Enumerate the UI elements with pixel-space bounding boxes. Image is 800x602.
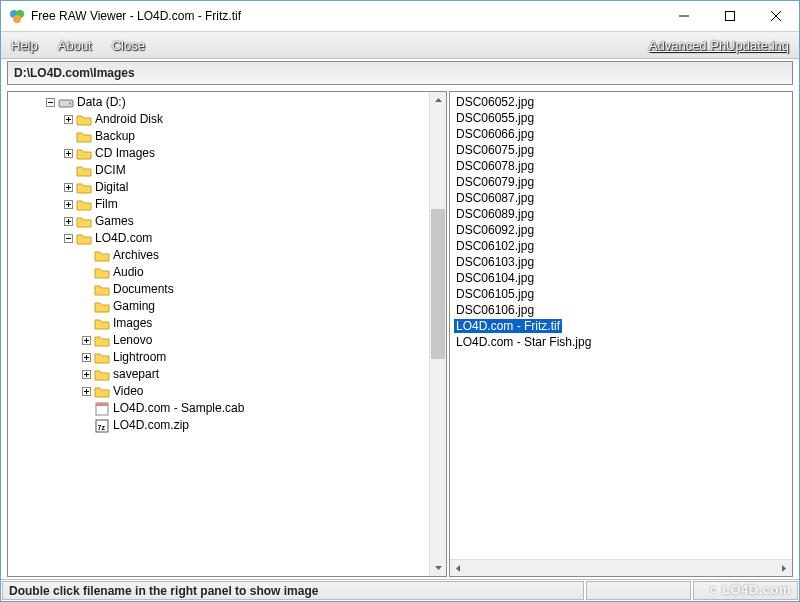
file-row[interactable]: DSC06075.jpg xyxy=(454,142,792,158)
tree-node-label: LO4D.com - Sample.cab xyxy=(113,400,244,417)
file-row[interactable]: DSC06106.jpg xyxy=(454,302,792,318)
folder-icon xyxy=(76,214,92,230)
tree-node[interactable]: Film xyxy=(10,196,446,213)
file-row[interactable]: DSC06066.jpg xyxy=(454,126,792,142)
expand-icon[interactable] xyxy=(80,368,93,381)
expand-icon[interactable] xyxy=(62,181,75,194)
expand-icon[interactable] xyxy=(62,147,75,160)
scroll-down-icon[interactable] xyxy=(430,559,446,576)
file-row[interactable]: DSC06103.jpg xyxy=(454,254,792,270)
file-row[interactable]: DSC06052.jpg xyxy=(454,94,792,110)
file-name: DSC06079.jpg xyxy=(454,175,536,189)
file-row[interactable]: DSC06079.jpg xyxy=(454,174,792,190)
path-input[interactable]: D:\LO4D.com\Images xyxy=(7,61,793,85)
tree-node[interactable]: CD Images xyxy=(10,145,446,162)
tree-node[interactable]: savepart xyxy=(10,366,446,383)
folder-icon xyxy=(94,265,110,281)
file-name: DSC06089.jpg xyxy=(454,207,536,221)
file-hscrollbar[interactable] xyxy=(450,559,792,576)
folder-icon xyxy=(76,163,92,179)
tree-vscrollbar[interactable] xyxy=(429,92,446,576)
expand-icon[interactable] xyxy=(80,351,93,364)
tree-node[interactable]: Digital xyxy=(10,179,446,196)
tree-node-label: Video xyxy=(113,383,143,400)
drive-icon xyxy=(58,95,74,111)
tree-node-label: Archives xyxy=(113,247,159,264)
tree-node[interactable]: DCIM xyxy=(10,162,446,179)
collapse-icon[interactable] xyxy=(62,232,75,245)
file-name: DSC06105.jpg xyxy=(454,287,536,301)
tree-node-label: DCIM xyxy=(95,162,126,179)
status-bar: Double click filename in the right panel… xyxy=(1,579,799,601)
scroll-right-icon[interactable] xyxy=(775,560,792,576)
file-row[interactable]: DSC06089.jpg xyxy=(454,206,792,222)
window-title: Free RAW Viewer - LO4D.com - Fritz.tif xyxy=(31,9,661,23)
tree-node[interactable]: LO4D.com - Sample.cab xyxy=(10,400,446,417)
file-row[interactable]: DSC06055.jpg xyxy=(454,110,792,126)
svg-rect-4 xyxy=(726,12,735,21)
file-row[interactable]: DSC06105.jpg xyxy=(454,286,792,302)
tree-node[interactable]: Documents xyxy=(10,281,446,298)
tree-node[interactable]: LO4D.com xyxy=(10,230,446,247)
tree-node-label: Digital xyxy=(95,179,128,196)
expand-icon[interactable] xyxy=(62,215,75,228)
folder-icon xyxy=(76,146,92,162)
tree-node[interactable]: Lenovo xyxy=(10,332,446,349)
svg-text:7z: 7z xyxy=(98,424,106,431)
tree-node[interactable]: Android Disk xyxy=(10,111,446,128)
file-list[interactable]: DSC06052.jpgDSC06055.jpgDSC06066.jpgDSC0… xyxy=(450,92,792,559)
tree-node[interactable]: 7zLO4D.com.zip xyxy=(10,417,446,434)
scroll-left-icon[interactable] xyxy=(450,560,467,576)
path-bar: D:\LO4D.com\Images xyxy=(7,61,793,85)
folder-icon xyxy=(94,384,110,400)
minimize-button[interactable] xyxy=(661,1,707,31)
file-row[interactable]: LO4D.com - Star Fish.jpg xyxy=(454,334,792,350)
cab-icon xyxy=(94,401,110,417)
menu-help[interactable]: Help xyxy=(11,38,38,53)
scroll-up-icon[interactable] xyxy=(430,92,446,109)
tree-node-label: Backup xyxy=(95,128,135,145)
expand-icon[interactable] xyxy=(80,385,93,398)
tree-node[interactable]: Data (D:) xyxy=(10,94,446,111)
file-row[interactable]: DSC06102.jpg xyxy=(454,238,792,254)
file-row[interactable]: LO4D.com - Fritz.tif xyxy=(454,318,792,334)
scroll-thumb[interactable] xyxy=(431,209,445,359)
maximize-button[interactable] xyxy=(707,1,753,31)
collapse-icon[interactable] xyxy=(44,96,57,109)
tree-node[interactable]: Gaming xyxy=(10,298,446,315)
file-row[interactable]: DSC06087.jpg xyxy=(454,190,792,206)
folder-icon xyxy=(94,299,110,315)
tree-node[interactable]: Audio xyxy=(10,264,446,281)
folder-icon xyxy=(94,248,110,264)
expand-icon[interactable] xyxy=(62,198,75,211)
file-row[interactable]: DSC06104.jpg xyxy=(454,270,792,286)
menu-about[interactable]: About xyxy=(58,38,92,53)
folder-tree[interactable]: Data (D:)Android DiskBackupCD ImagesDCIM… xyxy=(8,92,446,436)
svg-rect-41 xyxy=(96,403,108,406)
titlebar[interactable]: Free RAW Viewer - LO4D.com - Fritz.tif xyxy=(1,1,799,31)
file-name: DSC06102.jpg xyxy=(454,239,536,253)
file-name: DSC06055.jpg xyxy=(454,111,536,125)
scroll-track[interactable] xyxy=(430,109,446,559)
close-button[interactable] xyxy=(753,1,799,31)
file-name: DSC06103.jpg xyxy=(454,255,536,269)
expand-icon[interactable] xyxy=(80,334,93,347)
tree-node[interactable]: Archives xyxy=(10,247,446,264)
tree-node-label: Images xyxy=(113,315,152,332)
tree-node[interactable]: Video xyxy=(10,383,446,400)
menu-advanced[interactable]: Advanced PhUpdate:inq xyxy=(649,38,789,53)
file-row[interactable]: DSC06092.jpg xyxy=(454,222,792,238)
tree-node-label: Gaming xyxy=(113,298,155,315)
expand-icon[interactable] xyxy=(62,113,75,126)
file-row[interactable]: DSC06078.jpg xyxy=(454,158,792,174)
tree-node[interactable]: Backup xyxy=(10,128,446,145)
tree-node[interactable]: Games xyxy=(10,213,446,230)
menu-close[interactable]: Close xyxy=(112,38,145,53)
status-cell-2 xyxy=(586,581,691,600)
tree-node[interactable]: Lightroom xyxy=(10,349,446,366)
file-name: DSC06106.jpg xyxy=(454,303,536,317)
hscroll-track[interactable] xyxy=(467,560,775,576)
tree-node-label: Games xyxy=(95,213,134,230)
tree-node-label: Data (D:) xyxy=(77,94,126,111)
tree-node[interactable]: Images xyxy=(10,315,446,332)
